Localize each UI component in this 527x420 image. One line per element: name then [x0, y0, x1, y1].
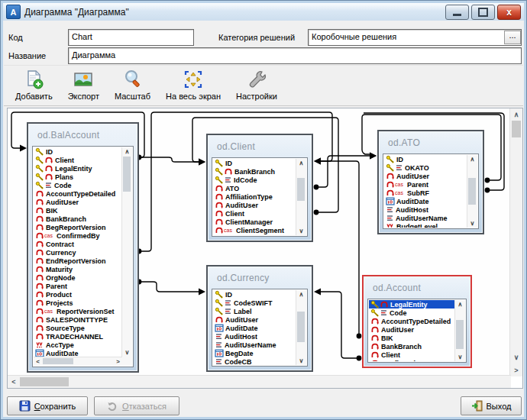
scroll-left-icon[interactable]: < — [34, 357, 42, 366]
entity-vscrollbar[interactable]: ∧∨ — [467, 155, 477, 228]
scroll-down-icon[interactable]: ∨ — [122, 348, 132, 357]
field-row-AuditUser[interactable]: AuditUser — [213, 315, 296, 324]
entity-vscrollbar[interactable]: ∧∨ — [296, 290, 306, 365]
scroll-thumb[interactable] — [297, 312, 305, 342]
add-button[interactable]: Добавить — [8, 66, 60, 102]
field-row-Plans[interactable]: Plans — [34, 173, 122, 181]
scroll-right-icon[interactable]: > — [510, 364, 522, 376]
horizontal-scroll-thumb[interactable] — [20, 377, 69, 386]
export-button[interactable]: Экспорт — [61, 66, 106, 102]
field-row-EndReportVersion[interactable]: EndReportVersion — [34, 257, 122, 265]
field-row-Parent[interactable]: Parent — [34, 282, 122, 290]
field-row-IdCode[interactable]: IdCode — [213, 176, 296, 184]
scroll-right-icon[interactable]: > — [114, 357, 122, 366]
zoom-button[interactable]: Масштаб — [108, 66, 157, 102]
field-row-Client[interactable]: Client — [34, 156, 122, 164]
entity-od.Account[interactable]: od.AccountLegalEntityCodeAccountTypeDeta… — [362, 275, 472, 368]
entity-vscrollbar[interactable]: ∧∨ — [296, 159, 306, 235]
canvas-vertical-scrollbar[interactable]: ∧ ∨ > — [509, 108, 522, 376]
field-row-AuditHost[interactable]: AuditHost — [213, 332, 296, 341]
field-row-ID[interactable]: ID — [384, 155, 467, 163]
scroll-up-icon[interactable]: ∧ — [122, 147, 132, 156]
field-row-AuditUser[interactable]: AuditUser — [213, 201, 296, 209]
settings-button[interactable]: Настройки — [229, 66, 284, 102]
field-row-ClientManager[interactable]: ClientManager — [213, 218, 296, 226]
field-row-AuditDate[interactable]: AuditDate — [213, 324, 296, 332]
field-row-BudgetLevel[interactable]: BudgetLevel — [384, 222, 467, 228]
field-row-OKATO[interactable]: OKATO — [384, 163, 467, 172]
field-row-LegalEntity[interactable]: LegalEntity — [369, 300, 455, 309]
field-row-AuditDate[interactable]: AuditDate — [384, 197, 467, 205]
category-browse-button[interactable]: ... — [504, 31, 521, 44]
title-bar[interactable]: A Диаграмма "Диаграмма" x — [3, 3, 524, 21]
field-row-BankBranch[interactable]: BankBranch — [369, 342, 455, 351]
scroll-thumb[interactable] — [123, 157, 131, 192]
field-row-Code[interactable]: Code — [34, 181, 122, 189]
field-row-BankBranch[interactable]: BankBranch — [213, 167, 296, 176]
fit-screen-button[interactable]: На весь экран — [159, 66, 228, 102]
scroll-up-icon[interactable]: ∧ — [296, 159, 306, 167]
field-row-ConfirmedBy[interactable]: casConfirmedBy — [34, 231, 122, 240]
field-row-AuditHost[interactable]: AuditHost — [384, 205, 467, 214]
field-row-TRADECHANNEL[interactable]: TRADECHANNEL — [34, 332, 122, 341]
scroll-down-icon[interactable]: ∨ — [296, 227, 306, 235]
vertical-scroll-thumb[interactable] — [512, 121, 521, 137]
discard-button[interactable]: Отказаться — [94, 396, 179, 415]
diagram-surface[interactable]: od.BalAccountIDClientLegalEntityPlansCod… — [8, 108, 511, 376]
scroll-left-icon[interactable]: < — [8, 376, 20, 388]
field-row-BegDate[interactable]: BegDate — [213, 349, 296, 357]
field-row-ReportVersionSet[interactable]: casReportVersionSet — [34, 307, 122, 315]
entity-vscrollbar[interactable]: ∧∨ — [121, 147, 132, 366]
field-row-ID[interactable]: ID — [213, 159, 296, 167]
field-row-ClientSegment[interactable]: casClientSegment — [213, 226, 296, 234]
field-row-AccountTypeDetailed[interactable]: AccountTypeDetailed — [34, 189, 122, 198]
field-row-BankBranch[interactable]: BankBranch — [34, 215, 122, 223]
field-row-ID[interactable]: ID — [34, 147, 122, 156]
maximize-button[interactable] — [471, 5, 495, 20]
field-row-CodeSWIFT[interactable]: CodeSWIFT — [213, 299, 296, 307]
scroll-thumb[interactable] — [43, 358, 73, 364]
name-input[interactable]: Диаграмма — [68, 47, 522, 64]
field-row-SubRF[interactable]: casSubRF — [384, 189, 467, 197]
entity-od.Client[interactable]: od.ClientIDBankBranchIdCodeATOAffiliatio… — [206, 134, 313, 242]
field-row-Client[interactable]: Client — [213, 209, 296, 218]
field-row-AccountTypeDetailed[interactable]: AccountTypeDetailed — [369, 317, 455, 325]
field-row-AccType[interactable]: AccType — [34, 341, 122, 349]
scroll-up-icon[interactable]: ∧ — [455, 300, 465, 309]
field-row-Contract[interactable]: Contract — [34, 240, 122, 248]
scroll-thumb[interactable] — [297, 178, 305, 201]
field-row-AuditUser[interactable]: AuditUser — [369, 325, 455, 334]
field-row-Maturity[interactable]: Maturity — [34, 265, 122, 273]
code-input[interactable]: Chart — [68, 29, 194, 46]
entity-vscrollbar[interactable]: ∧∨ — [454, 300, 465, 361]
field-row-ATO[interactable]: ATO — [213, 184, 296, 192]
field-row-Code[interactable]: Code — [369, 309, 455, 317]
field-row-Currency[interactable]: Currency — [34, 248, 122, 257]
field-row-LegalEntity[interactable]: LegalEntity — [34, 164, 122, 173]
field-row-AuditUserName[interactable]: AuditUserName — [384, 214, 467, 222]
field-row-Parent[interactable]: casParent — [384, 180, 467, 189]
minimize-button[interactable] — [445, 5, 469, 20]
field-row-AffiliationType[interactable]: AffiliationType — [213, 192, 296, 201]
scroll-thumb[interactable] — [468, 178, 476, 205]
scroll-down-icon[interactable]: ∨ — [455, 353, 465, 361]
entity-hscrollbar[interactable]: <> — [34, 357, 122, 366]
field-row-AuditUser[interactable]: AuditUser — [384, 172, 467, 180]
close-button[interactable]: x — [497, 5, 521, 20]
scroll-up-icon[interactable]: ∧ — [510, 108, 522, 121]
scroll-up-icon[interactable]: ∧ — [296, 290, 306, 299]
field-row-BIK[interactable]: BIK — [34, 206, 122, 215]
field-row-SourceType[interactable]: SourceType — [34, 324, 122, 332]
field-row-AuditUserName[interactable]: AuditUserName — [213, 341, 296, 349]
field-row-Projects[interactable]: Projects — [34, 299, 122, 307]
entity-od.ATO[interactable]: od.ATOIDOKATOAuditUsercasParentcasSubRFA… — [377, 130, 484, 234]
exit-button[interactable]: Выход — [461, 396, 522, 415]
entity-od.Currency[interactable]: od.CurrencyIDCodeSWIFTLabelAuditUserAudi… — [206, 265, 313, 372]
scroll-up-icon[interactable]: ∧ — [467, 155, 477, 163]
field-row-AuditUser[interactable]: AuditUser — [34, 198, 122, 206]
canvas-horizontal-scrollbar[interactable]: < — [8, 375, 511, 388]
field-row-SALESPOINTTYPE[interactable]: SALESPOINTTYPE — [34, 315, 122, 324]
scroll-thumb[interactable] — [456, 320, 464, 349]
scroll-down-icon[interactable]: ∨ — [467, 219, 477, 228]
save-button[interactable]: Сохранить — [7, 396, 88, 415]
